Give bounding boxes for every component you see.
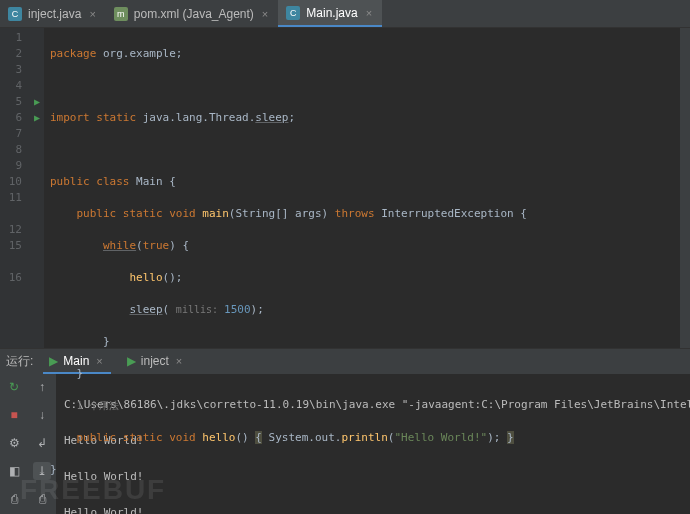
run-gutter-icon[interactable]: ▶ (30, 110, 44, 126)
code-editor[interactable]: package org.example; import static java.… (44, 28, 690, 348)
tab-label: Main.java (306, 6, 357, 20)
tab-inject-java[interactable]: C inject.java × (0, 0, 106, 27)
tab-label: inject.java (28, 7, 81, 21)
tab-main-java[interactable]: C Main.java × (278, 0, 382, 27)
java-class-icon: C (8, 7, 22, 21)
close-icon[interactable]: × (87, 8, 97, 20)
editor-tabs: C inject.java × m pom.xml (Java_Agent) ×… (0, 0, 690, 28)
maven-icon: m (114, 7, 128, 21)
soft-wrap-icon[interactable]: ↲ (33, 434, 51, 452)
run-label: 运行: (6, 353, 33, 370)
close-icon[interactable]: × (364, 7, 374, 19)
editor-area: 1234 5678 91011 121516 ▶ ▶ package org.e… (0, 28, 690, 348)
down-arrow-icon[interactable]: ↓ (33, 406, 51, 424)
run-gutter-icon[interactable]: ▶ (30, 94, 44, 110)
rerun-button[interactable]: ↻ (5, 378, 23, 396)
close-icon[interactable]: × (260, 8, 270, 20)
stop-button[interactable]: ■ (5, 406, 23, 424)
java-class-icon: C (286, 6, 300, 20)
settings-icon[interactable]: ⚙ (5, 434, 23, 452)
line-gutter: 1234 5678 91011 121516 (0, 28, 30, 348)
tab-label: pom.xml (Java_Agent) (134, 7, 254, 21)
watermark: FREEBUF (20, 474, 166, 506)
up-arrow-icon[interactable]: ↑ (33, 378, 51, 396)
editor-scrollbar[interactable] (680, 28, 690, 348)
tab-pom-xml[interactable]: m pom.xml (Java_Agent) × (106, 0, 278, 27)
gutter-icons: ▶ ▶ (30, 28, 44, 348)
